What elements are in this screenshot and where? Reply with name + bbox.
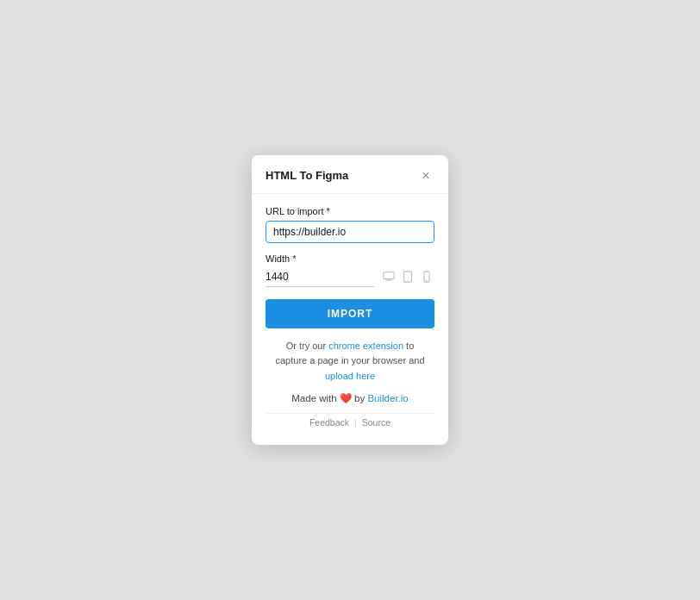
svg-point-6 xyxy=(426,280,427,281)
footer-separator: | xyxy=(354,417,357,428)
import-button[interactable]: IMPORT xyxy=(266,299,434,328)
feedback-link[interactable]: Feedback xyxy=(309,417,349,428)
dialog-body: URL to import * Width * xyxy=(252,194,448,446)
dialog-title: HTML To Figma xyxy=(266,169,348,182)
heart-icon: ❤️ xyxy=(340,393,352,403)
source-link[interactable]: Source xyxy=(362,417,391,428)
width-field-group: Width * xyxy=(266,253,434,287)
made-with: Made with ❤️ by Builder.io xyxy=(266,392,434,404)
width-row xyxy=(266,267,434,287)
width-icons xyxy=(381,269,434,284)
svg-rect-0 xyxy=(384,272,394,279)
svg-rect-1 xyxy=(387,279,391,280)
upload-here-link[interactable]: upload here xyxy=(325,371,375,381)
width-field-label: Width * xyxy=(266,253,296,264)
footer-links: Feedback | Source xyxy=(266,413,434,431)
width-input-wrap xyxy=(266,267,374,287)
url-input[interactable] xyxy=(266,221,434,243)
svg-point-4 xyxy=(407,280,408,281)
url-field-group: URL to import * xyxy=(266,206,434,243)
mobile-icon[interactable] xyxy=(419,269,434,284)
width-input[interactable] xyxy=(266,267,374,287)
tablet-icon[interactable] xyxy=(400,269,416,284)
close-button[interactable]: × xyxy=(417,167,434,184)
chrome-extension-link[interactable]: chrome extension xyxy=(328,341,403,351)
html-to-figma-dialog: HTML To Figma × URL to import * Width * xyxy=(252,155,448,446)
try-text: Or try our chrome extension to capture a… xyxy=(266,339,434,384)
builder-io-link[interactable]: Builder.io xyxy=(367,393,408,403)
dialog-header: HTML To Figma × xyxy=(252,155,448,194)
svg-rect-2 xyxy=(385,280,392,281)
url-field-label: URL to import * xyxy=(266,206,434,216)
desktop-icon[interactable] xyxy=(381,269,397,284)
